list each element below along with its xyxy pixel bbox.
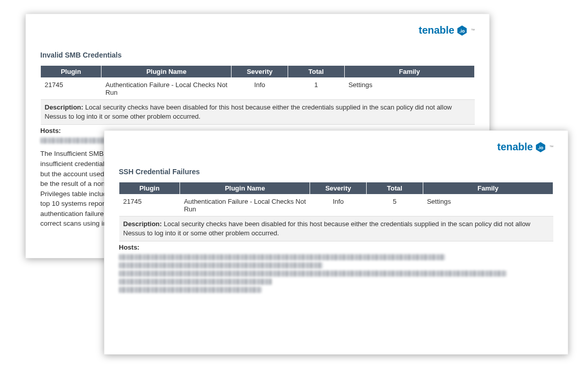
description-row: Description: Local security checks have … [119, 216, 553, 241]
section-title-ssh: SSH Credential Failures [119, 168, 553, 176]
table-row: 21745 Authentication Failure - Local Che… [41, 78, 475, 100]
cell-plugin-name: Authentication Failure - Local Checks No… [101, 78, 232, 100]
brand-name: tenable [419, 24, 454, 36]
col-total: Total [367, 182, 423, 195]
hex-icon: .io [535, 142, 546, 153]
col-severity: Severity [310, 182, 367, 195]
hosts-list-redacted [119, 254, 553, 293]
brand-product: .io [538, 145, 544, 150]
redacted-line [119, 279, 272, 285]
brand-name: tenable [497, 141, 533, 153]
report-table-ssh: Plugin Plugin Name Severity Total Family… [119, 182, 553, 241]
description-label: Description: [123, 220, 162, 228]
redacted-line [119, 254, 445, 260]
col-family: Family [344, 66, 474, 78]
brand-logo: tenable .io ™ [419, 24, 475, 36]
table-row: 21745 Authentication Failure - Local Che… [119, 195, 553, 216]
col-severity: Severity [232, 66, 288, 78]
cell-plugin: 21745 [41, 78, 101, 100]
section-title-smb: Invalid SMB Credentials [40, 51, 475, 59]
description-label: Description: [45, 103, 84, 111]
description-text: Local security checks have been disabled… [123, 220, 531, 237]
cell-total: 5 [367, 195, 423, 216]
report-table-smb: Plugin Plugin Name Severity Total Family… [40, 65, 475, 125]
col-plugin: Plugin [119, 182, 180, 195]
report-page-ssh: tenable .io ™ SSH Credential Failures Pl… [104, 130, 568, 355]
trademark-icon: ™ [471, 28, 475, 33]
cell-plugin: 21745 [119, 195, 180, 216]
table-header-row: Plugin Plugin Name Severity Total Family [119, 182, 553, 195]
redacted-line [119, 287, 262, 293]
description-text: Local security checks have been disabled… [45, 103, 452, 120]
col-total: Total [288, 66, 345, 78]
hosts-label: Hosts: [119, 243, 553, 251]
brand-product: .io [459, 28, 465, 33]
brand-logo: tenable .io ™ [497, 141, 553, 153]
cell-plugin-name: Authentication Failure - Local Checks No… [180, 195, 310, 216]
cell-family: Settings [344, 78, 474, 100]
redacted-line [119, 270, 506, 277]
cell-total: 1 [288, 78, 345, 100]
col-plugin: Plugin [41, 66, 101, 78]
hex-icon: .io [456, 25, 468, 36]
table-header-row: Plugin Plugin Name Severity Total Family [41, 66, 475, 78]
description-row: Description: Local security checks have … [41, 100, 475, 125]
col-plugin-name: Plugin Name [180, 182, 310, 195]
redacted-line [119, 262, 323, 268]
col-plugin-name: Plugin Name [101, 66, 232, 78]
cell-family: Settings [423, 195, 553, 216]
cell-severity: Info [232, 78, 288, 100]
cell-severity: Info [310, 195, 367, 216]
col-family: Family [423, 182, 553, 195]
stage: tenable .io ™ Invalid SMB Credentials Pl… [0, 0, 588, 380]
trademark-icon: ™ [549, 145, 553, 149]
